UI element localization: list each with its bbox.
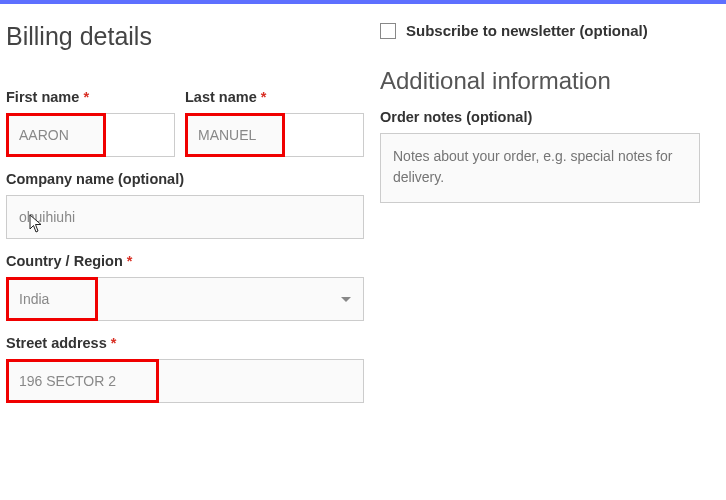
last-name-input-tail <box>285 113 364 157</box>
first-name-label-text: First name <box>6 89 79 105</box>
order-notes-label: Order notes (optional) <box>380 109 700 125</box>
first-name-label: First name * <box>6 89 175 105</box>
required-marker: * <box>261 89 267 105</box>
first-name-input[interactable]: AARON <box>6 113 106 157</box>
country-label-text: Country / Region <box>6 253 123 269</box>
country-selected-value: India <box>19 291 49 307</box>
last-name-label-text: Last name <box>185 89 257 105</box>
order-notes-textarea[interactable] <box>380 133 700 203</box>
company-label: Company name (optional) <box>6 171 364 187</box>
last-name-field-wrap: MANUEL <box>185 113 364 157</box>
chevron-down-icon <box>341 297 351 302</box>
street-input[interactable] <box>6 359 364 403</box>
required-marker: * <box>127 253 133 269</box>
last-name-label: Last name * <box>185 89 364 105</box>
newsletter-label: Subscribe to newsletter (optional) <box>406 22 648 39</box>
required-marker: * <box>111 335 117 351</box>
required-marker: * <box>83 89 89 105</box>
last-name-input[interactable]: MANUEL <box>185 113 285 157</box>
country-label: Country / Region * <box>6 253 364 269</box>
first-name-input-tail <box>106 113 175 157</box>
newsletter-checkbox[interactable] <box>380 23 396 39</box>
street-label: Street address * <box>6 335 364 351</box>
company-input[interactable] <box>6 195 364 239</box>
additional-title: Additional information <box>380 67 700 95</box>
country-select[interactable]: India <box>6 277 364 321</box>
billing-title: Billing details <box>6 22 364 51</box>
street-label-text: Street address <box>6 335 107 351</box>
first-name-field-wrap: AARON <box>6 113 175 157</box>
